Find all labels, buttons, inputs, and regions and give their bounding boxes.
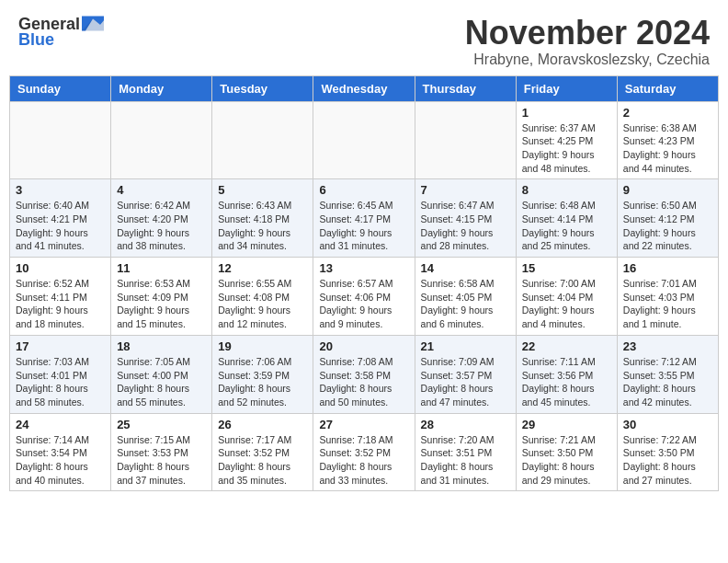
day-info: Sunrise: 6:38 AM Sunset: 4:23 PM Dayligh… <box>623 121 712 176</box>
day-info: Sunrise: 7:12 AM Sunset: 3:55 PM Dayligh… <box>623 355 712 409</box>
calendar-day-cell: 2Sunrise: 6:38 AM Sunset: 4:23 PM Daylig… <box>617 101 718 179</box>
title-section: November 2024 Hrabyne, Moravskoslezsky, … <box>465 15 710 68</box>
day-number: 8 <box>522 183 611 197</box>
day-info: Sunrise: 6:43 AM Sunset: 4:18 PM Dayligh… <box>218 199 307 253</box>
day-number: 25 <box>117 418 206 431</box>
logo-blue-text: Blue <box>18 30 54 50</box>
day-number: 17 <box>16 339 105 353</box>
calendar-header-row: SundayMondayTuesdayWednesdayThursdayFrid… <box>10 75 719 101</box>
day-info: Sunrise: 7:18 AM Sunset: 3:52 PM Dayligh… <box>319 433 408 488</box>
day-info: Sunrise: 6:52 AM Sunset: 4:11 PM Dayligh… <box>16 277 105 331</box>
calendar-day-header: Saturday <box>617 75 718 101</box>
calendar-day-cell: 19Sunrise: 7:06 AM Sunset: 3:59 PM Dayli… <box>212 335 313 413</box>
day-info: Sunrise: 6:37 AM Sunset: 4:25 PM Dayligh… <box>522 121 611 176</box>
day-number: 29 <box>522 418 611 431</box>
page-header: General Blue November 2024 Hrabyne, Mora… <box>0 0 728 75</box>
day-info: Sunrise: 6:57 AM Sunset: 4:06 PM Dayligh… <box>319 277 408 331</box>
calendar-day-cell: 30Sunrise: 7:22 AM Sunset: 3:50 PM Dayli… <box>617 413 718 491</box>
day-number: 21 <box>421 339 510 353</box>
calendar-table: SundayMondayTuesdayWednesdayThursdayFrid… <box>9 75 719 492</box>
day-info: Sunrise: 7:05 AM Sunset: 4:00 PM Dayligh… <box>117 355 206 409</box>
calendar-day-cell <box>313 101 415 179</box>
day-info: Sunrise: 7:21 AM Sunset: 3:50 PM Dayligh… <box>522 433 611 488</box>
calendar-day-cell: 8Sunrise: 6:48 AM Sunset: 4:14 PM Daylig… <box>516 179 617 258</box>
calendar-day-cell: 7Sunrise: 6:47 AM Sunset: 4:15 PM Daylig… <box>415 179 516 258</box>
calendar-day-cell: 13Sunrise: 6:57 AM Sunset: 4:06 PM Dayli… <box>313 258 415 336</box>
day-number: 15 <box>522 261 611 275</box>
calendar-day-cell <box>10 101 111 179</box>
calendar-day-cell: 6Sunrise: 6:45 AM Sunset: 4:17 PM Daylig… <box>313 179 415 258</box>
calendar-day-cell: 16Sunrise: 7:01 AM Sunset: 4:03 PM Dayli… <box>617 258 718 336</box>
calendar-week-row: 17Sunrise: 7:03 AM Sunset: 4:01 PM Dayli… <box>10 335 719 413</box>
day-number: 2 <box>623 106 712 120</box>
day-number: 14 <box>421 261 510 275</box>
day-number: 12 <box>218 261 307 275</box>
day-number: 20 <box>319 339 408 353</box>
calendar-week-row: 24Sunrise: 7:14 AM Sunset: 3:54 PM Dayli… <box>10 413 719 491</box>
calendar-day-cell: 4Sunrise: 6:42 AM Sunset: 4:20 PM Daylig… <box>111 179 212 258</box>
calendar-day-header: Wednesday <box>313 75 415 101</box>
calendar-day-cell: 23Sunrise: 7:12 AM Sunset: 3:55 PM Dayli… <box>617 335 718 413</box>
calendar-week-row: 10Sunrise: 6:52 AM Sunset: 4:11 PM Dayli… <box>10 258 719 336</box>
day-info: Sunrise: 7:03 AM Sunset: 4:01 PM Dayligh… <box>16 355 105 409</box>
day-number: 4 <box>117 183 206 197</box>
day-info: Sunrise: 7:17 AM Sunset: 3:52 PM Dayligh… <box>218 433 307 488</box>
day-info: Sunrise: 7:14 AM Sunset: 3:54 PM Dayligh… <box>16 433 105 488</box>
day-info: Sunrise: 7:20 AM Sunset: 3:51 PM Dayligh… <box>421 433 510 488</box>
day-number: 23 <box>623 339 712 353</box>
day-number: 28 <box>421 418 510 431</box>
day-number: 7 <box>421 183 510 197</box>
day-info: Sunrise: 6:55 AM Sunset: 4:08 PM Dayligh… <box>218 277 307 331</box>
calendar-day-cell: 18Sunrise: 7:05 AM Sunset: 4:00 PM Dayli… <box>111 335 212 413</box>
day-number: 11 <box>117 261 206 275</box>
day-number: 5 <box>218 183 307 197</box>
calendar-day-cell: 27Sunrise: 7:18 AM Sunset: 3:52 PM Dayli… <box>313 413 415 491</box>
day-info: Sunrise: 7:11 AM Sunset: 3:56 PM Dayligh… <box>522 355 611 409</box>
day-info: Sunrise: 7:08 AM Sunset: 3:58 PM Dayligh… <box>319 355 408 409</box>
day-info: Sunrise: 7:01 AM Sunset: 4:03 PM Dayligh… <box>623 277 712 331</box>
calendar-day-cell: 5Sunrise: 6:43 AM Sunset: 4:18 PM Daylig… <box>212 179 313 258</box>
day-number: 16 <box>623 261 712 275</box>
month-year-title: November 2024 <box>465 15 710 52</box>
day-info: Sunrise: 6:40 AM Sunset: 4:21 PM Dayligh… <box>16 199 105 253</box>
calendar-day-cell: 17Sunrise: 7:03 AM Sunset: 4:01 PM Dayli… <box>10 335 111 413</box>
day-info: Sunrise: 7:00 AM Sunset: 4:04 PM Dayligh… <box>522 277 611 331</box>
calendar-day-cell: 25Sunrise: 7:15 AM Sunset: 3:53 PM Dayli… <box>111 413 212 491</box>
day-info: Sunrise: 6:42 AM Sunset: 4:20 PM Dayligh… <box>117 199 206 253</box>
calendar-day-header: Friday <box>516 75 617 101</box>
calendar-day-cell: 14Sunrise: 6:58 AM Sunset: 4:05 PM Dayli… <box>415 258 516 336</box>
calendar-day-cell: 10Sunrise: 6:52 AM Sunset: 4:11 PM Dayli… <box>10 258 111 336</box>
day-info: Sunrise: 7:22 AM Sunset: 3:50 PM Dayligh… <box>623 433 712 488</box>
day-info: Sunrise: 7:15 AM Sunset: 3:53 PM Dayligh… <box>117 433 206 488</box>
day-number: 27 <box>319 418 408 431</box>
location-subtitle: Hrabyne, Moravskoslezsky, Czechia <box>465 52 710 68</box>
calendar-day-cell: 1Sunrise: 6:37 AM Sunset: 4:25 PM Daylig… <box>516 101 617 179</box>
day-info: Sunrise: 6:47 AM Sunset: 4:15 PM Dayligh… <box>421 199 510 253</box>
day-number: 9 <box>623 183 712 197</box>
day-number: 19 <box>218 339 307 353</box>
calendar-day-cell: 11Sunrise: 6:53 AM Sunset: 4:09 PM Dayli… <box>111 258 212 336</box>
calendar-day-header: Tuesday <box>212 75 313 101</box>
calendar-day-header: Thursday <box>415 75 516 101</box>
day-number: 22 <box>522 339 611 353</box>
calendar-day-cell <box>415 101 516 179</box>
day-number: 30 <box>623 418 712 431</box>
day-info: Sunrise: 6:53 AM Sunset: 4:09 PM Dayligh… <box>117 277 206 331</box>
calendar-day-cell: 21Sunrise: 7:09 AM Sunset: 3:57 PM Dayli… <box>415 335 516 413</box>
calendar-day-header: Sunday <box>10 75 111 101</box>
calendar-day-cell: 29Sunrise: 7:21 AM Sunset: 3:50 PM Dayli… <box>516 413 617 491</box>
day-info: Sunrise: 7:06 AM Sunset: 3:59 PM Dayligh… <box>218 355 307 409</box>
calendar-day-cell: 22Sunrise: 7:11 AM Sunset: 3:56 PM Dayli… <box>516 335 617 413</box>
calendar-week-row: 3Sunrise: 6:40 AM Sunset: 4:21 PM Daylig… <box>10 179 719 258</box>
day-info: Sunrise: 6:45 AM Sunset: 4:17 PM Dayligh… <box>319 199 408 253</box>
logo-icon <box>82 16 104 34</box>
calendar-day-cell: 20Sunrise: 7:08 AM Sunset: 3:58 PM Dayli… <box>313 335 415 413</box>
logo: General Blue <box>18 15 104 50</box>
day-number: 26 <box>218 418 307 431</box>
calendar-day-cell: 3Sunrise: 6:40 AM Sunset: 4:21 PM Daylig… <box>10 179 111 258</box>
day-info: Sunrise: 6:58 AM Sunset: 4:05 PM Dayligh… <box>421 277 510 331</box>
day-number: 10 <box>16 261 105 275</box>
day-number: 13 <box>319 261 408 275</box>
day-number: 6 <box>319 183 408 197</box>
calendar-day-header: Monday <box>111 75 212 101</box>
